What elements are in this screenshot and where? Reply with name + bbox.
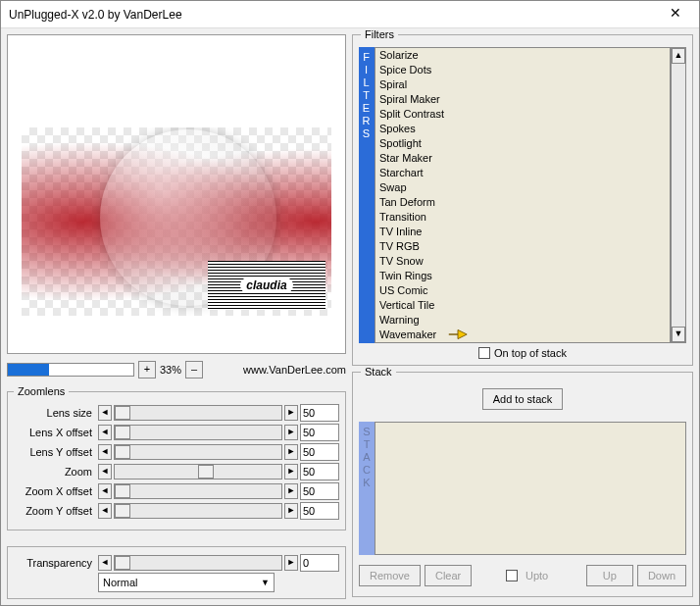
slider-value[interactable] xyxy=(300,482,339,500)
remove-button[interactable]: Remove xyxy=(359,565,421,586)
slider-dec[interactable]: ◄ xyxy=(98,483,112,499)
slider-track[interactable] xyxy=(114,503,282,519)
filters-list[interactable]: SolarizeSpice DotsSpiralSpiral MakerSpli… xyxy=(375,47,671,343)
filters-legend: Filters xyxy=(361,28,398,40)
filter-item[interactable]: Spokes xyxy=(375,122,670,136)
filter-item[interactable]: Solarize xyxy=(375,48,670,63)
slider-inc[interactable]: ► xyxy=(284,503,298,519)
slider-value[interactable] xyxy=(300,443,339,461)
window-title: UnPlugged-X v2.0 by VanDerLee xyxy=(9,8,660,22)
filter-item[interactable]: Spice Dots xyxy=(375,63,670,77)
slider-value[interactable] xyxy=(300,463,339,480)
preview-image: claudia xyxy=(22,127,331,316)
slider-inc[interactable]: ► xyxy=(284,483,298,499)
slider-inc[interactable]: ► xyxy=(284,405,298,421)
slider-track[interactable] xyxy=(114,483,282,499)
slider-value[interactable] xyxy=(300,502,339,520)
transparency-label: Transparency xyxy=(14,557,96,569)
filter-item[interactable]: Zoomlens xyxy=(375,342,670,343)
filters-group: Filters FILTERS SolarizeSpice DotsSpiral… xyxy=(352,34,693,366)
filter-item[interactable]: TV Snow xyxy=(375,254,670,269)
scroll-down-icon[interactable]: ▼ xyxy=(672,327,685,342)
filter-item[interactable]: US Comic xyxy=(375,283,670,298)
transparency-inc[interactable]: ► xyxy=(284,555,298,571)
filter-item[interactable]: TV RGB xyxy=(375,239,670,254)
slider-value[interactable] xyxy=(300,424,339,441)
vendor-link[interactable]: www.VanDerLee.com xyxy=(243,364,346,376)
slider-inc[interactable]: ► xyxy=(284,444,298,460)
slider-dec[interactable]: ◄ xyxy=(98,444,112,460)
slider-label: Lens Y offset xyxy=(14,446,96,458)
filter-item[interactable]: Transition xyxy=(375,210,670,225)
zoom-progress[interactable] xyxy=(7,363,134,377)
slider-dec[interactable]: ◄ xyxy=(98,464,112,480)
filter-item[interactable]: Star Maker xyxy=(375,151,670,166)
slider-label: Zoom X offset xyxy=(14,485,96,497)
slider-label: Zoom Y offset xyxy=(14,505,96,517)
filter-item[interactable]: Split Contrast xyxy=(375,107,670,122)
slider-dec[interactable]: ◄ xyxy=(98,503,112,519)
zoomlens-group: Zoomlens Lens size◄►Lens X offset◄►Lens … xyxy=(7,385,346,530)
add-to-stack-button[interactable]: Add to stack xyxy=(482,388,564,410)
slider-dec[interactable]: ◄ xyxy=(98,425,112,440)
slider-inc[interactable]: ► xyxy=(284,464,298,480)
slider-value[interactable] xyxy=(300,404,339,422)
transparency-value[interactable] xyxy=(300,554,339,572)
filters-tab: FILTERS xyxy=(359,47,375,343)
zoomlens-legend: Zoomlens xyxy=(14,385,69,397)
slider-label: Lens size xyxy=(14,407,96,419)
upto-checkbox[interactable] xyxy=(506,570,518,581)
stack-legend: Stack xyxy=(361,366,396,378)
blend-mode-dropdown[interactable]: Normal ▼ xyxy=(98,573,275,592)
stack-tab: STACK xyxy=(359,422,375,555)
down-button[interactable]: Down xyxy=(637,565,686,586)
zoom-in-button[interactable]: + xyxy=(138,361,156,379)
slider-track[interactable] xyxy=(114,405,282,421)
slider-dec[interactable]: ◄ xyxy=(98,405,112,421)
zoom-percent: 33% xyxy=(160,364,181,376)
clear-button[interactable]: Clear xyxy=(425,565,472,586)
filter-item[interactable]: Warning xyxy=(375,313,670,328)
filter-item[interactable]: Spiral xyxy=(375,77,670,92)
up-button[interactable]: Up xyxy=(586,565,633,586)
filter-item[interactable]: Vertical Tile xyxy=(375,298,670,313)
slider-inc[interactable]: ► xyxy=(284,425,298,440)
on-top-checkbox[interactable] xyxy=(478,347,490,359)
filter-item[interactable]: Swap xyxy=(375,180,670,195)
filter-item[interactable]: Twin Rings xyxy=(375,269,670,283)
slider-track[interactable] xyxy=(114,444,282,460)
slider-track[interactable] xyxy=(114,464,282,480)
transparency-slider[interactable] xyxy=(114,555,282,571)
filter-item[interactable]: Tan Deform xyxy=(375,195,670,210)
slider-label: Lens X offset xyxy=(14,427,96,438)
transparency-dec[interactable]: ◄ xyxy=(98,555,112,571)
filter-item[interactable]: TV Inline xyxy=(375,225,670,239)
chevron-down-icon: ▼ xyxy=(261,578,270,587)
filter-item[interactable]: Spiral Maker xyxy=(375,92,670,107)
filter-item[interactable]: Wavemaker xyxy=(375,328,670,342)
slider-label: Zoom xyxy=(14,466,96,478)
filter-item[interactable]: Spotlight xyxy=(375,136,670,151)
stack-list[interactable] xyxy=(375,422,686,555)
stack-group: Stack Add to stack STACK Remove Clear Up… xyxy=(352,372,693,597)
preview-panel: claudia xyxy=(7,34,346,354)
scroll-up-icon[interactable]: ▲ xyxy=(672,48,685,64)
close-icon[interactable]: ✕ xyxy=(660,5,691,25)
filters-scrollbar[interactable]: ▲ ▼ xyxy=(671,47,686,343)
slider-track[interactable] xyxy=(114,425,282,440)
watermark: claudia xyxy=(208,261,325,310)
upto-label: Upto xyxy=(522,565,552,586)
transparency-group: Transparency ◄ ► Normal ▼ xyxy=(7,546,346,599)
on-top-label: On top of stack xyxy=(494,347,567,359)
zoom-out-button[interactable]: – xyxy=(185,361,203,379)
filter-item[interactable]: Starchart xyxy=(375,166,670,180)
